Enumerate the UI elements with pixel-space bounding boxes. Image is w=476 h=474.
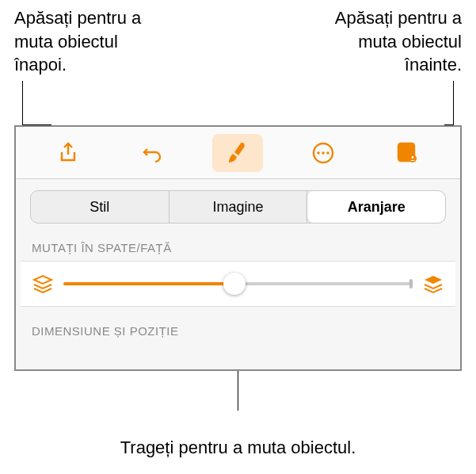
more-icon (311, 141, 335, 165)
tab-label: Stil (89, 199, 109, 216)
tab-image[interactable]: Imagine (169, 191, 308, 223)
section-size-position: DIMENSIUNE ȘI POZIȚIE (32, 324, 444, 338)
undo-button[interactable] (128, 134, 178, 172)
move-forward-button[interactable] (422, 273, 444, 295)
undo-icon (141, 141, 165, 165)
svg-point-8 (412, 156, 414, 159)
layers-front-icon (423, 273, 444, 294)
presenter-notes-icon (396, 141, 420, 165)
presenter-button[interactable] (383, 134, 433, 172)
slider-track-end (409, 279, 413, 289)
layer-order-slider[interactable] (63, 273, 413, 295)
toolbar (16, 127, 460, 179)
layers-back-icon (32, 273, 53, 294)
layer-order-row (21, 261, 455, 307)
svg-point-3 (326, 151, 329, 155)
brush-icon (226, 141, 249, 165)
tab-style[interactable]: Stil (31, 191, 169, 223)
callout-line (22, 81, 23, 124)
svg-point-7 (409, 155, 417, 162)
tabs: Stil Imagine Aranjare (30, 190, 446, 224)
more-button[interactable] (298, 134, 348, 172)
callout-drag: Trageți pentru a muta obiectul. (0, 436, 476, 460)
callout-move-forward: Apăsați pentru a muta obiectul înainte. (303, 6, 462, 77)
format-button[interactable] (212, 134, 263, 172)
format-panel: Stil Imagine Aranjare MUTAȚI ÎN SPATE/FA… (14, 125, 462, 371)
svg-point-1 (317, 151, 320, 155)
tab-label: Imagine (212, 199, 263, 216)
share-icon (56, 141, 80, 165)
callout-move-back: Apăsați pentru a muta obiectul înapoi. (14, 6, 173, 77)
slider-thumb[interactable] (223, 273, 246, 295)
tab-label: Aranjare (348, 199, 406, 216)
section-move-back-front: MUTAȚI ÎN SPATE/FAȚĂ (32, 241, 444, 254)
svg-point-2 (322, 151, 325, 155)
share-button[interactable] (43, 134, 93, 172)
callout-line (453, 81, 454, 124)
slider-track-fill (63, 282, 234, 285)
tab-arrange[interactable]: Aranjare (307, 191, 445, 223)
move-back-button[interactable] (32, 273, 54, 295)
